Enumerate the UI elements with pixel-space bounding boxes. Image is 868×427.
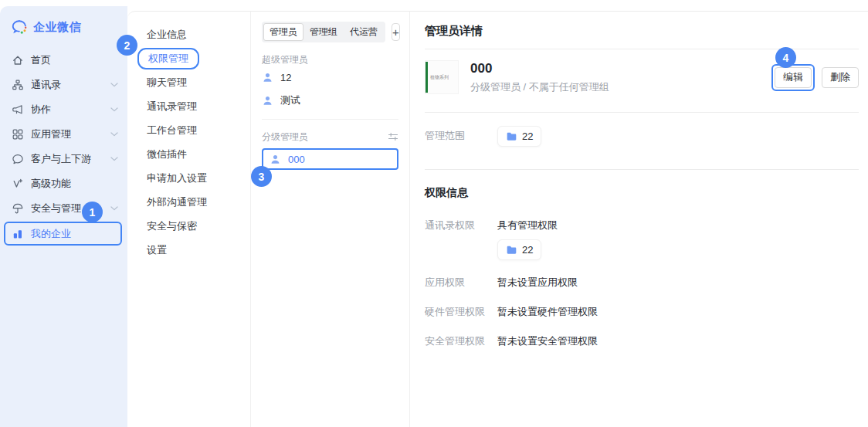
tab-active[interactable]: 管理员: [263, 23, 303, 41]
submenu-item-label: 聊天管理: [147, 76, 187, 90]
group-header: 超级管理员: [262, 53, 398, 66]
permission-row: 安全管理权限暂未设置安全管理权限: [425, 334, 859, 348]
contacts-icon: [12, 79, 24, 91]
chevron-down-icon: [110, 157, 118, 161]
tab-bar: 管理员管理组代运营: [262, 22, 385, 42]
permission-value: 暂未设置应用权限: [497, 276, 578, 290]
person-icon: [262, 95, 273, 107]
permission-value-group: 暂未设置安全管理权限: [497, 334, 598, 348]
avatar: 植物系列: [425, 60, 459, 94]
chevron-down-icon: [110, 132, 118, 137]
chevron-down-icon: [110, 107, 118, 112]
sidebar: 企业微信 首页通讯录协作应用管理客户与上下游高级功能安全与管理我的企业: [0, 6, 127, 427]
permission-label: 通讯录权限: [425, 219, 497, 260]
sidebar-item-label: 客户与上下游: [31, 152, 110, 166]
sidebar-item[interactable]: 通讯录: [0, 73, 127, 97]
permission-value: 暂未设置安全管理权限: [497, 334, 598, 348]
permission-label: 安全管理权限: [425, 334, 497, 348]
submenu-item[interactable]: 聊天管理: [127, 70, 250, 94]
permissions-heading: 权限信息: [425, 186, 859, 200]
permission-value-group: 暂未设置硬件管理权限: [497, 305, 598, 319]
admin-name: 000: [470, 61, 771, 76]
submenu-item-label: 通讯录管理: [147, 100, 197, 114]
admin-identity: 000 分级管理员 / 不属于任何管理组: [470, 61, 771, 94]
filter-icon[interactable]: [388, 131, 398, 142]
permission-label: 硬件管理权限: [425, 305, 497, 319]
edit-button[interactable]: 编辑: [775, 67, 812, 88]
admin-list-item-label: 000: [288, 154, 305, 165]
group-title: 超级管理员: [262, 53, 308, 66]
delete-button[interactable]: 删除: [822, 67, 859, 88]
scope-row: 管理范围 22: [425, 124, 859, 147]
divider: [425, 112, 859, 113]
admin-list-panel: 管理员管理组代运营 + 超级管理员12测试分级管理员000: [251, 12, 410, 427]
submenu-item[interactable]: 外部沟通管理: [127, 190, 250, 214]
divider: [425, 49, 859, 49]
page-title: 管理员详情: [425, 22, 859, 39]
chevron-down-icon: [110, 83, 118, 87]
scope-label: 管理范围: [425, 129, 497, 143]
chevron-down-icon: [110, 206, 118, 211]
add-admin-button[interactable]: +: [392, 23, 400, 41]
submenu-item[interactable]: 微信插件: [127, 142, 250, 166]
sidebar-item[interactable]: 应用管理: [0, 122, 127, 147]
sidebar-item[interactable]: 我的企业: [4, 222, 122, 246]
admin-list-item[interactable]: 000: [262, 148, 398, 170]
company-icon: [12, 228, 24, 240]
admin-profile: 植物系列 000 分级管理员 / 不属于任何管理组 编辑 删除: [425, 59, 859, 95]
admin-list-item-label: 测试: [280, 93, 300, 107]
app-title: 企业微信: [33, 20, 81, 35]
group-divider: [262, 119, 398, 120]
submenu-item[interactable]: 企业信息: [127, 22, 250, 46]
admin-role-subtitle: 分级管理员 / 不属于任何管理组: [470, 80, 771, 94]
folder-icon: [506, 244, 517, 256]
admin-list-item[interactable]: 测试: [262, 89, 398, 112]
annotation-box-edit: 编辑: [771, 64, 815, 91]
home-icon: [12, 54, 24, 66]
annotation-badge-3: 3: [251, 166, 272, 187]
permission-row: 通讯录权限具有管理权限22: [425, 219, 859, 260]
folder-count: 22: [522, 130, 533, 142]
folder-chip: 22: [497, 239, 541, 260]
sidebar-item[interactable]: 协作: [0, 97, 127, 122]
sidebar-item-label: 通讯录: [31, 78, 110, 92]
customers-icon: [12, 153, 24, 165]
group-title: 分级管理员: [262, 130, 308, 144]
submenu-item-label: 申请加入设置: [147, 171, 207, 185]
permission-row: 应用权限暂未设置应用权限: [425, 276, 859, 290]
tab-item[interactable]: 管理组: [303, 23, 344, 41]
submenu-item[interactable]: 通讯录管理: [127, 94, 250, 118]
tab-item[interactable]: 代运营: [344, 23, 384, 41]
permission-value: 暂未设置硬件管理权限: [497, 305, 598, 319]
annotation-badge-4: 4: [775, 47, 796, 68]
permission-value-group: 具有管理权限22: [497, 219, 558, 260]
admin-list-item[interactable]: 12: [262, 66, 398, 89]
submenu-item-label: 工作台管理: [147, 124, 197, 137]
submenu-item[interactable]: 安全与保密: [127, 214, 250, 238]
annotation-badge-2: 2: [117, 35, 137, 56]
submenu-item[interactable]: 权限管理: [127, 46, 250, 70]
app-logo: 企业微信: [10, 17, 127, 37]
permission-label: 应用权限: [425, 276, 497, 290]
admin-tabs-row: 管理员管理组代运营 +: [262, 22, 398, 42]
submenu-item[interactable]: 设置: [127, 238, 250, 262]
group-header: 分级管理员: [262, 130, 398, 143]
person-icon: [270, 154, 281, 165]
avatar-caption: 植物系列: [426, 74, 449, 81]
security-icon: [12, 202, 24, 215]
submenu-item-label: 微信插件: [147, 147, 187, 161]
submenu-item[interactable]: 申请加入设置: [127, 166, 250, 190]
permission-value: 具有管理权限: [497, 219, 558, 232]
folder-count: 22: [522, 244, 533, 256]
person-icon: [262, 72, 273, 83]
sidebar-item[interactable]: 高级功能: [0, 171, 127, 196]
divider: [425, 169, 859, 170]
sidebar-item[interactable]: 安全与管理: [0, 196, 127, 221]
submenu-item[interactable]: 工作台管理: [127, 118, 250, 142]
sidebar-item[interactable]: 客户与上下游: [0, 147, 127, 171]
submenu-item-label: 外部沟通管理: [147, 195, 207, 209]
wecom-logo-icon: [10, 19, 28, 36]
folder-icon: [506, 130, 517, 142]
settings-submenu: 企业信息权限管理聊天管理通讯录管理工作台管理微信插件申请加入设置外部沟通管理安全…: [127, 12, 251, 427]
sidebar-item[interactable]: 首页: [0, 48, 127, 73]
